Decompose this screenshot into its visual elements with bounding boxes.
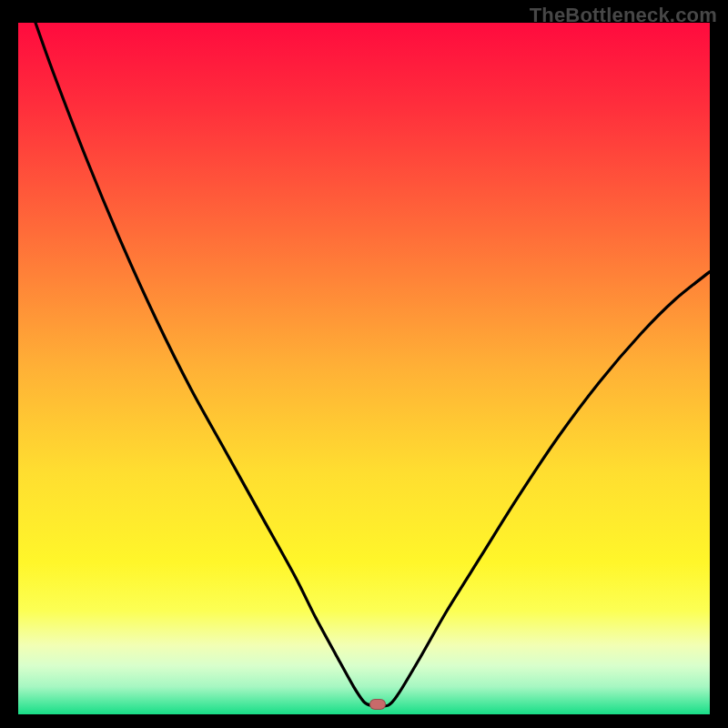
plot-area [18, 23, 710, 714]
bottleneck-curve [18, 23, 710, 714]
optimal-point-marker [369, 699, 386, 710]
watermark-text: TheBottleneck.com [530, 4, 717, 27]
chart-frame: TheBottleneck.com [0, 0, 728, 728]
